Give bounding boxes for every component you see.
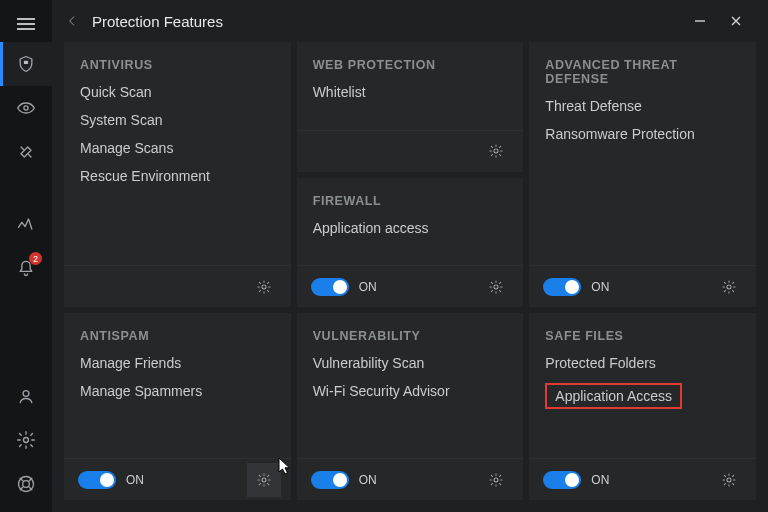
main-area: Protection Features ANTIVIRUS Quick Scan… bbox=[52, 0, 768, 512]
antivirus-manage-scans[interactable]: Manage Scans bbox=[80, 140, 275, 156]
panel-firewall: FIREWALL Application access ON bbox=[297, 178, 524, 308]
gear-icon bbox=[721, 472, 737, 488]
firewall-toggle[interactable] bbox=[311, 278, 349, 296]
minimize-button[interactable] bbox=[682, 7, 718, 35]
rail-account[interactable] bbox=[0, 374, 52, 418]
back-button[interactable] bbox=[58, 7, 86, 35]
panel-header: ANTISPAM bbox=[64, 313, 291, 351]
activity-icon bbox=[16, 214, 36, 234]
svg-point-2 bbox=[24, 438, 29, 443]
vulnerability-settings[interactable] bbox=[479, 463, 513, 497]
antispam-spammers[interactable]: Manage Spammers bbox=[80, 383, 275, 399]
antivirus-settings[interactable] bbox=[247, 270, 281, 304]
antispam-settings[interactable] bbox=[247, 463, 281, 497]
toggle-label: ON bbox=[591, 280, 609, 294]
advanced-toggle[interactable] bbox=[543, 278, 581, 296]
panels-grid: ANTIVIRUS Quick Scan System Scan Manage … bbox=[52, 42, 768, 512]
svg-point-9 bbox=[262, 478, 266, 482]
panel-web-protection: WEB PROTECTION Whitelist bbox=[297, 42, 524, 172]
hamburger-icon bbox=[17, 18, 35, 30]
toggle-label: ON bbox=[359, 280, 377, 294]
gear-icon bbox=[256, 279, 272, 295]
toggle-label: ON bbox=[359, 473, 377, 487]
safefiles-settings[interactable] bbox=[712, 463, 746, 497]
minimize-icon bbox=[694, 15, 706, 27]
rail-activity[interactable] bbox=[0, 202, 52, 246]
safefiles-toggle[interactable] bbox=[543, 471, 581, 489]
svg-point-1 bbox=[23, 391, 29, 397]
vulnerability-toggle[interactable] bbox=[311, 471, 349, 489]
antivirus-system-scan[interactable]: System Scan bbox=[80, 112, 275, 128]
titlebar: Protection Features bbox=[52, 0, 768, 42]
toggle-label: ON bbox=[126, 473, 144, 487]
antivirus-quick-scan[interactable]: Quick Scan bbox=[80, 84, 275, 100]
panel-header: ADVANCED THREAT DEFENSE bbox=[529, 42, 756, 94]
gear-icon bbox=[721, 279, 737, 295]
lifebuoy-icon bbox=[16, 474, 36, 494]
rail-notifications[interactable]: 2 bbox=[0, 246, 52, 290]
webprotection-settings[interactable] bbox=[479, 134, 513, 168]
tools-icon bbox=[16, 142, 36, 162]
svg-point-5 bbox=[262, 285, 266, 289]
shield-icon bbox=[16, 54, 36, 74]
safefiles-protected-folders[interactable]: Protected Folders bbox=[545, 355, 740, 371]
panel-header: SAFE FILES bbox=[529, 313, 756, 351]
svg-point-4 bbox=[23, 481, 30, 488]
gear-icon bbox=[256, 472, 272, 488]
gear-icon bbox=[16, 430, 36, 450]
firewall-settings[interactable] bbox=[479, 270, 513, 304]
chevron-left-icon bbox=[65, 14, 79, 28]
svg-point-6 bbox=[494, 149, 498, 153]
panel-header: FIREWALL bbox=[297, 178, 524, 216]
firewall-app-access[interactable]: Application access bbox=[313, 220, 508, 236]
svg-point-8 bbox=[727, 285, 731, 289]
rail-settings[interactable] bbox=[0, 418, 52, 462]
panel-safe-files: SAFE FILES Protected Folders Application… bbox=[529, 313, 756, 500]
left-rail: 2 bbox=[0, 0, 52, 512]
antispam-toggle[interactable] bbox=[78, 471, 116, 489]
svg-point-7 bbox=[494, 285, 498, 289]
panel-antispam: ANTISPAM Manage Friends Manage Spammers … bbox=[64, 313, 291, 500]
gear-icon bbox=[488, 472, 504, 488]
toggle-label: ON bbox=[591, 473, 609, 487]
panel-header: WEB PROTECTION bbox=[297, 42, 524, 80]
advanced-settings[interactable] bbox=[712, 270, 746, 304]
svg-point-11 bbox=[727, 478, 731, 482]
notification-badge: 2 bbox=[29, 252, 42, 265]
panel-header: ANTIVIRUS bbox=[64, 42, 291, 80]
menu-button[interactable] bbox=[0, 2, 52, 46]
rail-support[interactable] bbox=[0, 462, 52, 506]
rail-tools[interactable] bbox=[0, 130, 52, 174]
close-icon bbox=[730, 15, 742, 27]
safefiles-application-access[interactable]: Application Access bbox=[545, 383, 682, 409]
close-button[interactable] bbox=[718, 7, 754, 35]
panel-advanced-threat: ADVANCED THREAT DEFENSE Threat Defense R… bbox=[529, 42, 756, 307]
page-title: Protection Features bbox=[92, 13, 223, 30]
adv-ransomware[interactable]: Ransomware Protection bbox=[545, 126, 740, 142]
antivirus-rescue-env[interactable]: Rescue Environment bbox=[80, 168, 275, 184]
panel-vulnerability: VULNERABILITY Vulnerability Scan Wi-Fi S… bbox=[297, 313, 524, 500]
antispam-friends[interactable]: Manage Friends bbox=[80, 355, 275, 371]
rail-protection[interactable] bbox=[0, 42, 52, 86]
adv-threat-defense[interactable]: Threat Defense bbox=[545, 98, 740, 114]
gear-icon bbox=[488, 143, 504, 159]
svg-point-10 bbox=[494, 478, 498, 482]
gear-icon bbox=[488, 279, 504, 295]
panel-antivirus: ANTIVIRUS Quick Scan System Scan Manage … bbox=[64, 42, 291, 307]
vuln-wifi[interactable]: Wi-Fi Security Advisor bbox=[313, 383, 508, 399]
eye-icon bbox=[16, 98, 36, 118]
panel-header: VULNERABILITY bbox=[297, 313, 524, 351]
web-whitelist[interactable]: Whitelist bbox=[313, 84, 508, 100]
user-icon bbox=[16, 386, 36, 406]
rail-privacy[interactable] bbox=[0, 86, 52, 130]
vuln-scan[interactable]: Vulnerability Scan bbox=[313, 355, 508, 371]
svg-point-0 bbox=[24, 106, 28, 110]
